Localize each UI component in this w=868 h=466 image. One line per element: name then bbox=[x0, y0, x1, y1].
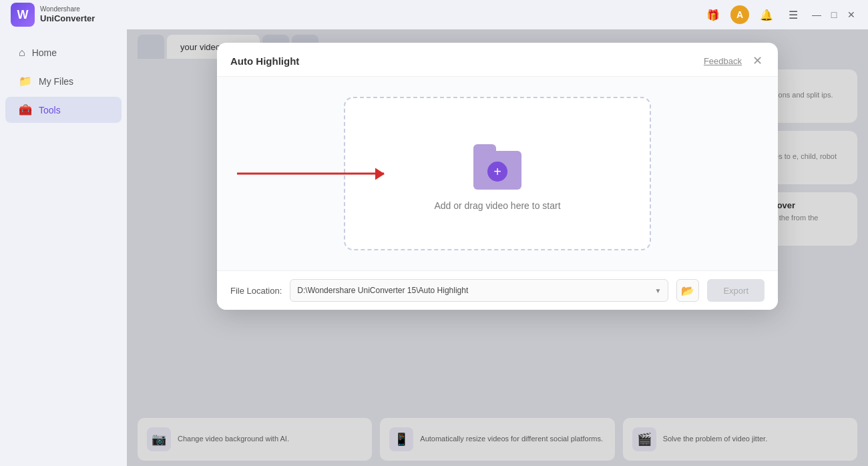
top-bar-right: 🎁 A 🔔 ☰ — □ ✕ bbox=[704, 5, 857, 24]
menu-icon[interactable]: ☰ bbox=[784, 5, 803, 24]
drop-label: Add or drag video here to start bbox=[434, 200, 560, 211]
sidebar: ⌂ Home 📁 My Files 🧰 Tools bbox=[0, 29, 127, 466]
minimize-button[interactable]: — bbox=[811, 9, 823, 21]
folder-icon: + bbox=[467, 136, 527, 190]
folder-browse-icon: 📂 bbox=[681, 284, 694, 297]
app-name: Wondershare UniConverter bbox=[40, 5, 95, 24]
content-area: your video batch. ection ly detect tions… bbox=[127, 29, 868, 466]
sidebar-item-myfiles[interactable]: 📁 My Files bbox=[5, 68, 122, 94]
folder-plus-icon: + bbox=[487, 162, 507, 182]
folder-main: + bbox=[473, 151, 521, 190]
brand-bottom: UniConverter bbox=[40, 13, 95, 24]
modal-header: Auto Highlight Feedback ✕ bbox=[217, 43, 778, 77]
app-logo-icon: W bbox=[11, 3, 35, 27]
maximize-button[interactable]: □ bbox=[828, 9, 840, 21]
modal-title: Auto Highlight bbox=[230, 55, 299, 67]
export-button: Export bbox=[707, 279, 765, 302]
file-path-text: D:\Wondershare UniConverter 15\Auto High… bbox=[297, 286, 650, 295]
files-icon: 📁 bbox=[19, 75, 32, 87]
app-brand: W Wondershare UniConverter bbox=[11, 3, 95, 27]
auto-highlight-modal: Auto Highlight Feedback ✕ bbox=[217, 43, 778, 310]
close-button[interactable]: ✕ bbox=[845, 9, 857, 21]
sidebar-label-home: Home bbox=[32, 47, 57, 58]
modal-close-button[interactable]: ✕ bbox=[750, 53, 765, 68]
top-bar: W Wondershare UniConverter 🎁 A 🔔 ☰ — □ ✕ bbox=[0, 0, 868, 29]
file-path-input[interactable]: D:\Wondershare UniConverter 15\Auto High… bbox=[290, 279, 668, 302]
window-controls: — □ ✕ bbox=[811, 9, 857, 21]
gift-icon[interactable]: 🎁 bbox=[704, 5, 722, 24]
arrow-line bbox=[237, 173, 384, 175]
drop-zone[interactable]: + Add or drag video here to start bbox=[344, 97, 651, 250]
sidebar-label-tools: Tools bbox=[39, 105, 61, 115]
home-icon: ⌂ bbox=[19, 47, 25, 59]
sidebar-item-tools[interactable]: 🧰 Tools bbox=[5, 97, 122, 123]
sidebar-label-myfiles: My Files bbox=[39, 76, 73, 87]
modal-body: + Add or drag video here to start bbox=[217, 77, 778, 270]
bell-icon[interactable]: 🔔 bbox=[757, 5, 776, 24]
sidebar-item-home[interactable]: ⌂ Home bbox=[5, 40, 122, 65]
avatar-icon[interactable]: A bbox=[730, 5, 749, 24]
feedback-link[interactable]: Feedback bbox=[704, 56, 742, 66]
main-layout: ⌂ Home 📁 My Files 🧰 Tools your video bat… bbox=[0, 29, 868, 466]
brand-top: Wondershare bbox=[40, 5, 95, 13]
modal-header-right: Feedback ✕ bbox=[704, 53, 765, 68]
dropdown-arrow-icon: ▼ bbox=[655, 287, 662, 294]
tools-icon: 🧰 bbox=[19, 103, 32, 116]
file-location-label: File Location: bbox=[230, 286, 282, 296]
modal-footer: File Location: D:\Wondershare UniConvert… bbox=[217, 270, 778, 310]
modal-overlay: Auto Highlight Feedback ✕ bbox=[127, 29, 868, 466]
browse-folder-button[interactable]: 📂 bbox=[676, 279, 699, 302]
arrow-indicator bbox=[237, 173, 384, 175]
